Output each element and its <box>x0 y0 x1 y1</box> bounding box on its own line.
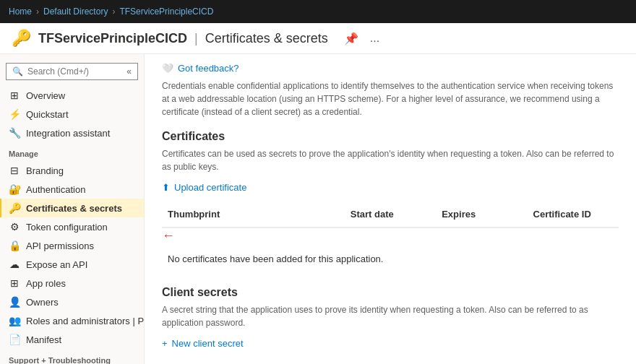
feedback-row[interactable]: 🤍 Got feedback? <box>162 63 619 74</box>
sidebar-item-label: Certificates & secrets <box>26 203 122 214</box>
top-bar: Home › Default Directory › TFServicePrin… <box>0 0 636 23</box>
certificates-empty-message: No certificates have been added for this… <box>162 246 619 272</box>
sidebar-item-authentication[interactable]: 🔐 Authentication <box>0 180 144 199</box>
certificates-description: Certificates can be used as secrets to p… <box>162 147 619 173</box>
integration-icon: 🔧 <box>9 127 20 139</box>
app-roles-icon: ⊞ <box>9 277 20 289</box>
search-icon: 🔍 <box>12 66 23 77</box>
branding-icon: ⊟ <box>9 165 20 176</box>
col-thumbprint: Thumbprint <box>162 206 345 222</box>
sidebar-item-integration-assistant[interactable]: 🔧 Integration assistant <box>0 124 144 142</box>
sidebar-item-expose-api[interactable]: ☁ Expose an API <box>0 255 144 274</box>
sidebar-item-label: Manifest <box>26 334 61 345</box>
upload-certificate-link[interactable]: ⬆ Upload certificate <box>162 182 246 193</box>
sidebar-item-branding[interactable]: ⊟ Branding <box>0 161 144 180</box>
sidebar-item-owners[interactable]: 👤 Owners <box>0 292 144 311</box>
app-name: TFServicePrincipleCICD <box>38 31 187 46</box>
feedback-label: Got feedback? <box>178 63 239 74</box>
sidebar-item-label: Authentication <box>26 184 85 195</box>
sidebar-item-label: Quickstart <box>26 109 69 120</box>
api-perm-icon: 🔒 <box>9 240 20 251</box>
token-icon: ⚙ <box>9 221 20 233</box>
col-cert-id: Certificate ID <box>528 206 619 222</box>
manifest-icon: 📄 <box>9 334 20 345</box>
col-expires: Expires <box>436 206 527 222</box>
certs-icon: 🔑 <box>9 202 20 214</box>
sidebar-item-api-permissions[interactable]: 🔒 API permissions <box>0 236 144 255</box>
client-secrets-title: Client secrets <box>162 286 619 299</box>
expose-icon: ☁ <box>9 259 20 270</box>
roles-icon: 👥 <box>9 315 20 326</box>
new-client-secret-link[interactable]: + New client secret <box>162 338 244 349</box>
header-divider: | <box>194 31 198 46</box>
search-input[interactable] <box>27 66 122 77</box>
page-header: 🔑 TFServicePrincipleCICD | Certificates … <box>0 23 636 54</box>
sidebar-item-label: Owners <box>26 297 59 308</box>
sidebar-item-certs-secrets[interactable]: 🔑 Certificates & secrets <box>0 199 144 217</box>
sidebar-item-label: App roles <box>26 278 66 289</box>
sidebar: 🔍 « ⊞ Overview ⚡ Quickstart 🔧 Integratio… <box>0 54 145 364</box>
breadcrumb: Home › Default Directory › TFServicePrin… <box>9 6 213 17</box>
sidebar-item-roles-admins[interactable]: 👥 Roles and administrators | Preview <box>0 311 144 330</box>
breadcrumb-app[interactable]: TFServicePrincipleCICD <box>119 6 213 17</box>
upload-icon: ⬆ <box>162 182 170 193</box>
sidebar-item-app-roles[interactable]: ⊞ App roles <box>0 274 144 292</box>
sidebar-item-label: Branding <box>26 165 64 176</box>
quickstart-icon: ⚡ <box>9 108 20 120</box>
col-start-date: Start date <box>345 206 436 222</box>
auth-icon: 🔐 <box>9 183 20 195</box>
breadcrumb-home[interactable]: Home <box>9 6 32 17</box>
sidebar-item-label: Overview <box>26 90 65 101</box>
sidebar-item-label: Roles and administrators | Preview <box>26 316 145 326</box>
plus-icon: + <box>162 338 168 349</box>
certificates-title: Certificates <box>162 130 619 143</box>
support-section-label: Support + Troubleshooting <box>0 349 144 364</box>
more-button[interactable]: ... <box>367 30 382 47</box>
manage-section-label: Manage <box>0 142 144 161</box>
page-title: Certificates & secrets <box>205 31 328 46</box>
collapse-button[interactable]: « <box>126 66 132 77</box>
certificates-table-header: Thumbprint Start date Expires Certificat… <box>162 202 619 228</box>
search-box[interactable]: 🔍 « <box>6 63 138 80</box>
sidebar-item-label: Expose an API <box>26 259 87 270</box>
client-secrets-description: A secret string that the application use… <box>162 303 619 329</box>
sidebar-item-token-config[interactable]: ⚙ Token configuration <box>0 217 144 236</box>
upload-label: Upload certificate <box>174 182 246 193</box>
arrow-row: ← <box>162 228 619 243</box>
sidebar-item-label: Integration assistant <box>26 128 110 139</box>
owners-icon: 👤 <box>9 296 20 308</box>
sidebar-item-overview[interactable]: ⊞ Overview <box>0 86 144 105</box>
heart-icon: 🤍 <box>162 63 173 74</box>
pin-button[interactable]: 📌 <box>341 30 361 47</box>
breadcrumb-directory[interactable]: Default Directory <box>43 6 108 17</box>
sidebar-item-label: API permissions <box>26 240 94 251</box>
secrets-table-header: Description Expires Value Secret ID <box>162 358 619 364</box>
sidebar-item-manifest[interactable]: 📄 Manifest <box>0 330 144 349</box>
new-secret-label: New client secret <box>172 338 244 349</box>
header-key-icon: 🔑 <box>12 29 31 48</box>
red-arrow-icon: ← <box>162 228 175 243</box>
intro-description: Credentials enable confidential applicat… <box>162 79 619 118</box>
sidebar-item-quickstart[interactable]: ⚡ Quickstart <box>0 105 144 124</box>
overview-icon: ⊞ <box>9 90 20 101</box>
main-content: 🤍 Got feedback? Credentials enable confi… <box>145 54 636 364</box>
certificates-section: Certificates Certificates can be used as… <box>162 130 619 272</box>
client-secrets-section: Client secrets A secret string that the … <box>162 286 619 364</box>
sidebar-item-label: Token configuration <box>26 222 108 233</box>
